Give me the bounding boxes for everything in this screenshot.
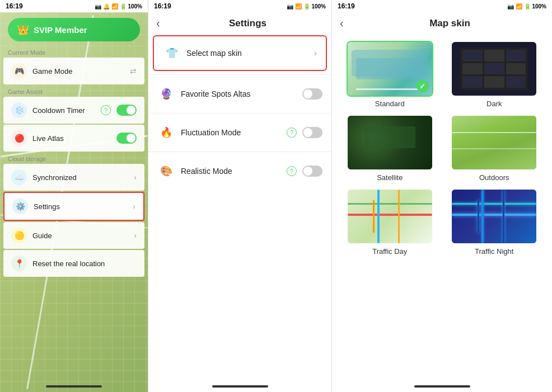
map-skin-item-dark[interactable]: Dark [446, 41, 544, 108]
sidebar-item-settings[interactable]: ⚙️ Settings › [3, 192, 144, 221]
svip-button[interactable]: 👑 SVIP Member [8, 18, 140, 41]
wifi-icon: 📶 [111, 3, 118, 10]
camera-icon-2: 📷 [287, 3, 293, 10]
sidebar-item-game-mode[interactable]: 🎮 Game Mode ⇄ [3, 58, 144, 84]
settings-title: Settings [172, 18, 324, 29]
map-skin-item-traffic-day[interactable]: Traffic Day [341, 188, 439, 256]
svip-label: SVIP Member [34, 25, 87, 35]
live-atlas-label: Live Atlas [32, 134, 111, 143]
status-time-2: 16:19 [154, 2, 171, 10]
cooldown-timer-icon: ❄️ [11, 102, 27, 118]
battery-icon-2: 🔋 100% [303, 3, 326, 10]
map-skin-item-outdoors[interactable]: Outdoors [446, 115, 544, 182]
sidebar-item-live-atlas[interactable]: 🔴 Live Atlas [3, 125, 144, 152]
bottom-nav-pill-2 [212, 385, 268, 388]
status-bar-1: 16:19 📷 🔔 📶 🔋 100% [0, 0, 148, 12]
status-icons-1: 📷 🔔 📶 🔋 100% [95, 3, 142, 10]
guide-icon: 🟡 [11, 228, 27, 243]
map-skin-grid: ✓ Standard [332, 34, 552, 262]
sidebar-item-reset-location[interactable]: 📍 Reset the real location [3, 250, 144, 277]
camera-icon: 📷 [95, 3, 101, 10]
cooldown-timer-label: Cooldown Timer [32, 106, 95, 115]
guide-chevron-icon: › [134, 231, 137, 240]
reset-location-label: Reset the real location [32, 259, 137, 268]
game-mode-label: Game Mode [32, 67, 124, 75]
map-skin-item-traffic-night[interactable]: Traffic Night [446, 188, 544, 256]
panel-1-content: 👑 SVIP Member Current Mode 🎮 Game Mode ⇄… [0, 12, 148, 392]
divider-3 [148, 152, 331, 152]
traffic-day-preview [348, 190, 432, 243]
sidebar-item-synchronized[interactable]: ☁️ Synchronized › [3, 164, 144, 191]
realistic-mode-icon: 🎨 [157, 162, 175, 180]
map-skin-icon: 👕 [163, 44, 181, 62]
realistic-mode-toggle[interactable] [302, 166, 322, 177]
live-atlas-icon: 🔴 [11, 130, 27, 146]
fluctuation-mode-icon: 🔥 [157, 124, 175, 141]
traffic-night-preview [452, 190, 536, 243]
favorite-spots-label: Favorite Spots Altas [181, 89, 297, 98]
status-time-1: 16:19 [6, 2, 23, 10]
bottom-nav-pill-3 [414, 385, 470, 388]
status-icons-3: 📷 📶 🔋 100% [507, 3, 546, 10]
standard-selected-check: ✓ [417, 80, 429, 92]
dark-label: Dark [486, 100, 502, 108]
section-cloud-storage: Cloud storage [0, 152, 148, 163]
fluctuation-help-icon[interactable]: ? [287, 127, 297, 138]
status-bar-2: 16:19 📷 📶 🔋 100% [148, 0, 331, 12]
divider-2 [148, 113, 331, 114]
map-skin-item-standard[interactable]: ✓ Standard [341, 41, 439, 108]
map-skin-thumb-traffic-day [347, 188, 433, 244]
panel-map-skin: 16:19 📷 📶 🔋 100% ‹ Map skin ✓ Standard [332, 0, 552, 392]
divider-1 [148, 74, 331, 75]
realistic-mode-label: Realistic Mode [181, 167, 281, 176]
notification-icon: 🔔 [103, 3, 110, 10]
satellite-preview [348, 116, 432, 169]
sidebar-item-cooldown-timer[interactable]: ❄️ Cooldown Timer ? [3, 97, 144, 124]
map-skin-label: Select map skin [186, 49, 308, 58]
traffic-day-label: Traffic Day [372, 247, 407, 256]
panel-settings: 16:19 📷 📶 🔋 100% ‹ Settings 👕 Select map… [148, 0, 332, 392]
sidebar-item-guide[interactable]: 🟡 Guide › [3, 222, 144, 249]
map-skin-thumb-standard: ✓ [347, 41, 433, 97]
map-skin-thumb-satellite [347, 115, 433, 171]
bottom-nav-pill-1 [46, 385, 102, 388]
battery-icon-3: 🔋 100% [524, 3, 546, 10]
map-skin-chevron-icon: › [314, 48, 317, 58]
fluctuation-mode-toggle[interactable] [302, 127, 322, 138]
fluctuation-mode-label: Fluctuation Mode [181, 128, 281, 137]
reset-location-icon: 📍 [11, 256, 27, 271]
wifi-icon-2: 📶 [295, 3, 302, 10]
outdoors-preview [452, 116, 536, 169]
crown-icon: 👑 [17, 23, 29, 36]
wifi-icon-3: 📶 [516, 3, 522, 10]
outdoors-label: Outdoors [479, 173, 509, 182]
battery-icon: 🔋 100% [120, 3, 142, 10]
section-current-mode: Current Mode [0, 46, 148, 57]
favorite-spots-toggle[interactable] [302, 88, 322, 100]
live-atlas-toggle[interactable] [116, 133, 137, 144]
sync-chevron-icon: › [134, 173, 137, 182]
dark-preview [452, 42, 536, 96]
guide-label: Guide [32, 232, 128, 240]
settings-icon: ⚙️ [12, 199, 28, 214]
settings-item-realistic-mode[interactable]: 🎨 Realistic Mode ? [148, 154, 331, 188]
panel-main-menu: 16:19 📷 🔔 📶 🔋 100% 👑 SVIP Member Current… [0, 0, 148, 392]
map-skin-item-satellite[interactable]: Satellite [341, 115, 439, 182]
settings-item-select-map-skin[interactable]: 👕 Select map skin › [153, 35, 327, 71]
settings-item-favorite-spots[interactable]: 🔮 Favorite Spots Altas [148, 77, 331, 111]
settings-chevron-icon: › [133, 202, 135, 211]
sync-label: Synchronized [32, 173, 128, 182]
standard-label: Standard [375, 100, 405, 108]
mapskin-back-button[interactable]: ‹ [340, 17, 355, 30]
status-bar-3: 16:19 📷 📶 🔋 100% [332, 0, 552, 12]
map-skin-thumb-dark [451, 41, 537, 97]
section-game-assist: Game Assist [0, 85, 148, 96]
cooldown-timer-toggle[interactable] [116, 105, 137, 116]
settings-back-button[interactable]: ‹ [156, 17, 172, 30]
realistic-help-icon[interactable]: ? [287, 166, 297, 176]
settings-label: Settings [34, 202, 127, 211]
mapskin-title: Map skin [355, 18, 544, 29]
settings-item-fluctuation-mode[interactable]: 🔥 Fluctuation Mode ? [148, 116, 331, 149]
cooldown-help-icon[interactable]: ? [101, 105, 111, 115]
favorite-spots-icon: 🔮 [157, 85, 175, 103]
